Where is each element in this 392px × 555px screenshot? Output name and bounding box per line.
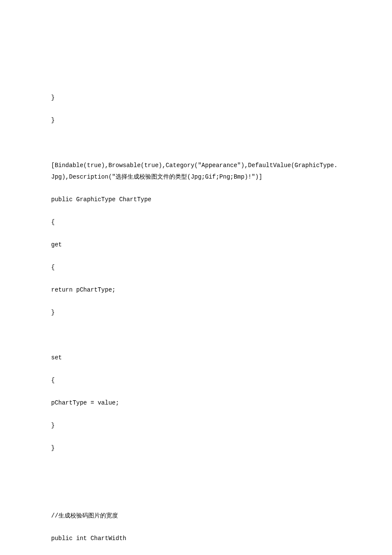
code-line: { [51,375,341,386]
code-line: public int ChartWidth [51,533,341,544]
code-line: public GraphicType ChartType [51,194,341,205]
comment-line: //生成校验码图片的宽度 [51,510,341,522]
blank-line [51,137,341,149]
code-line: pChartType = value; [51,397,341,409]
attribute-block: [Bindable(true),Browsable(true),Category… [51,160,341,182]
blank-line [51,330,341,341]
code-line: } [51,307,341,318]
blank-line [51,488,341,499]
code-line: } [51,420,341,431]
code-line: } [51,92,341,104]
blank-line [51,465,341,477]
code-line: { [51,262,341,273]
code-line: } [51,442,341,454]
code-line: set [51,352,341,364]
code-line: { [51,217,341,228]
code-line: return pChartType; [51,284,341,296]
code-line: } [51,115,341,126]
code-line: get [51,239,341,251]
